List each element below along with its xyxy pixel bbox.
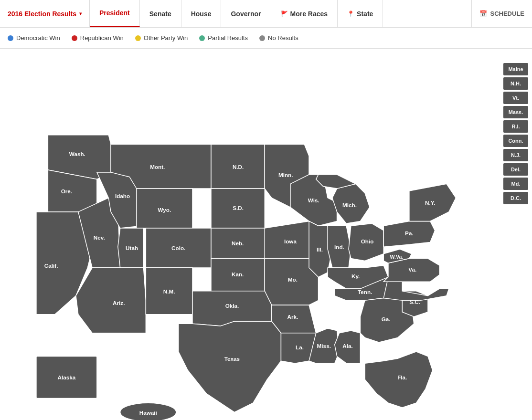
- partial-results-label: Partial Results: [208, 34, 248, 42]
- schedule-label: SCHEDULE: [490, 10, 524, 17]
- legend-other-win: Other Party Win: [135, 34, 188, 42]
- state-ak-label: Alaska: [58, 374, 76, 380]
- tab-more-races[interactable]: 🚩More Races: [271, 0, 338, 27]
- legend-no-results: No Results: [259, 34, 298, 42]
- state-mi-label: Mich.: [342, 202, 357, 208]
- tab-state[interactable]: 📍State: [338, 0, 383, 27]
- state-la-label: La.: [296, 344, 304, 350]
- state-az-label: Ariz.: [113, 300, 125, 306]
- schedule-button[interactable]: 📅 SCHEDULE: [471, 0, 532, 27]
- state-tn-label: Tenn.: [358, 289, 372, 295]
- state-ne-label: Neb.: [232, 240, 244, 246]
- legend-democratic-win: Democratic Win: [8, 34, 60, 42]
- state-wy-label: Wyo.: [158, 207, 171, 213]
- state-ca-label: Calif.: [44, 262, 58, 269]
- state-mn-label: Minn.: [278, 172, 293, 178]
- state-fl-label: Fla.: [397, 374, 407, 380]
- state-or-label: Ore.: [61, 188, 72, 194]
- state-wv-label: W.Va.: [390, 254, 404, 260]
- flag-icon: 🚩: [281, 10, 288, 17]
- democratic-win-dot: [8, 35, 13, 41]
- election-results-dropdown[interactable]: 2016 Election Results ▾: [0, 0, 90, 27]
- small-state-nj[interactable]: N.J.: [503, 149, 528, 161]
- small-state-vt[interactable]: Vt.: [503, 92, 528, 104]
- state-co-label: Colo.: [171, 245, 185, 251]
- state-id-label: Idaho: [115, 193, 130, 199]
- state-az[interactable]: [76, 268, 146, 333]
- header: 2016 Election Results ▾ President Senate…: [0, 0, 532, 28]
- no-results-dot: [259, 35, 265, 41]
- small-state-md[interactable]: Md.: [503, 178, 528, 190]
- state-tx-label: Texas: [224, 356, 240, 362]
- state-al-label: Ala.: [342, 343, 352, 349]
- state-ga-label: Ga.: [382, 316, 391, 322]
- small-state-ct[interactable]: Conn.: [503, 135, 528, 147]
- state-wi-label: Wis.: [308, 197, 319, 203]
- state-pa-label: Pa.: [405, 230, 414, 236]
- democratic-win-label: Democratic Win: [16, 34, 60, 42]
- small-states-panel: Maine N.H. Vt. Mass. R.I. Conn. N.J. Del…: [503, 63, 528, 204]
- state-ky-label: Ky.: [351, 273, 360, 280]
- other-win-dot: [135, 35, 141, 41]
- legend-partial-results: Partial Results: [199, 34, 248, 42]
- state-ks-label: Kan.: [232, 271, 244, 277]
- state-va-label: Va.: [408, 266, 416, 273]
- other-win-label: Other Party Win: [144, 34, 188, 42]
- state-ut-label: Utah: [126, 245, 138, 251]
- state-mt-label: Mont.: [150, 164, 165, 170]
- tab-senate[interactable]: Senate: [140, 0, 181, 27]
- no-results-label: No Results: [268, 34, 298, 42]
- state-ny-label: N.Y.: [425, 200, 435, 206]
- nav-tabs: President Senate House Governor 🚩More Ra…: [90, 0, 472, 27]
- small-state-dc[interactable]: D.C.: [503, 192, 528, 204]
- small-state-ri[interactable]: R.I.: [503, 120, 528, 133]
- state-wa-label: Wash.: [69, 151, 85, 157]
- state-nm-label: N.M.: [163, 288, 175, 294]
- republican-win-dot: [72, 35, 77, 41]
- legend: Democratic Win Republican Win Other Part…: [0, 28, 532, 49]
- state-sd-label: S.D.: [233, 205, 244, 211]
- calendar-icon: 📅: [479, 10, 487, 17]
- state-oh-label: Ohio: [361, 238, 374, 244]
- partial-results-dot: [199, 35, 205, 41]
- small-state-ma[interactable]: Mass.: [503, 106, 528, 118]
- state-tx[interactable]: [179, 321, 281, 412]
- state-ms-label: Miss.: [317, 343, 331, 349]
- state-ia-label: Iowa: [284, 238, 297, 244]
- tab-president[interactable]: President: [90, 0, 140, 27]
- small-state-de[interactable]: Del.: [503, 163, 528, 176]
- usa-map[interactable]: Wash. Ore. Calif. Nev. Idaho Mont. Wyo. …: [5, 53, 497, 420]
- state-nv-label: Nev.: [94, 234, 105, 241]
- tab-house[interactable]: House: [181, 0, 222, 27]
- republican-win-label: Republican Win: [80, 34, 124, 42]
- legend-republican-win: Republican Win: [72, 34, 124, 42]
- location-icon: 📍: [347, 10, 354, 17]
- state-ar-label: Ark.: [287, 314, 298, 320]
- state-ok-label: Okla.: [225, 303, 239, 309]
- small-state-me[interactable]: Maine: [503, 63, 528, 75]
- small-state-nh[interactable]: N.H.: [503, 77, 528, 90]
- state-in-label: Ind.: [334, 244, 344, 250]
- state-hi-label: Hawaii: [139, 410, 157, 416]
- state-nc-label: N.C.: [410, 286, 421, 292]
- state-mo-label: Mo.: [288, 276, 298, 283]
- tab-governor[interactable]: Governor: [221, 0, 271, 27]
- map-container: Wash. Ore. Calif. Nev. Idaho Mont. Wyo. …: [0, 49, 532, 420]
- election-results-label: 2016 Election Results: [8, 10, 76, 18]
- state-il-label: Ill.: [317, 246, 323, 252]
- state-nd-label: N.D.: [233, 164, 244, 170]
- chevron-down-icon: ▾: [79, 11, 82, 16]
